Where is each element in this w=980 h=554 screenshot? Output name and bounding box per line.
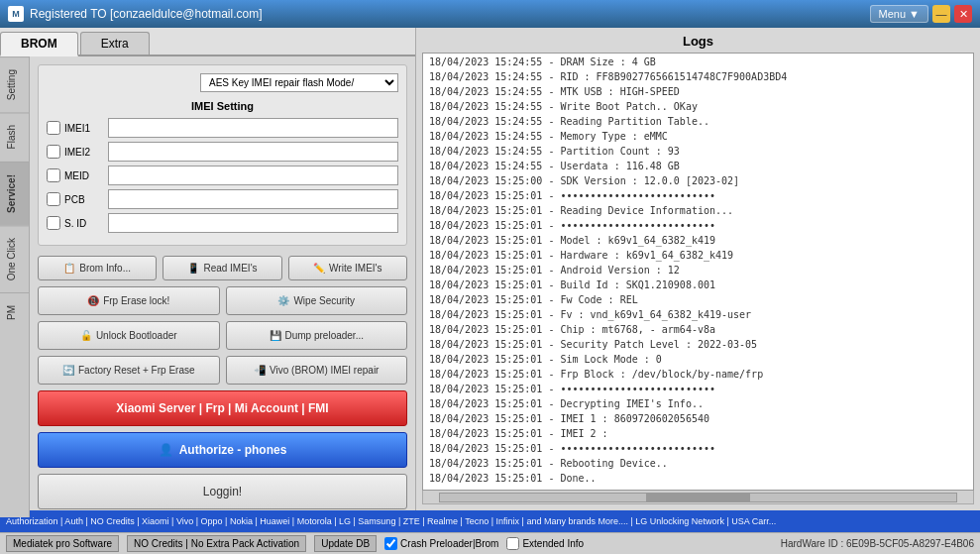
sid-row: S. ID xyxy=(47,213,398,233)
brom-info-button[interactable]: 📋 Brom Info... xyxy=(38,256,157,280)
vivo-imei-button[interactable]: 📲 Vivo (BROM) IMEI repair xyxy=(226,356,408,385)
imei1-input[interactable] xyxy=(108,118,398,138)
side-nav: Setting Flash Service! One Click PM xyxy=(0,56,30,517)
mode-select-row: AES Key IMEI repair flash Mode/ xyxy=(47,73,398,92)
logs-header: Logs xyxy=(422,34,974,49)
frp-erase-button[interactable]: 📵 Frp Erase lock! xyxy=(38,286,220,315)
sidenav-flash[interactable]: Flash xyxy=(0,112,29,161)
hardware-id: HardWare ID : 6E09B-5CF05-A8297-E4B06 xyxy=(781,538,974,549)
left-panel: BROM Extra Setting Flash Service! One Cl… xyxy=(0,28,416,510)
hscroll-thumb xyxy=(646,494,749,501)
log-entry: 18/04/2023 15:24:55 - Userdata : 116.48 … xyxy=(429,159,967,173)
imei2-checkbox[interactable] xyxy=(47,145,60,159)
write-imei-icon: ✏️ xyxy=(313,263,325,274)
log-entry: 18/04/2023 15:25:01 - Android Version : … xyxy=(429,263,967,277)
status-update-db[interactable]: Update DB xyxy=(314,535,377,552)
main-container: BROM Extra Setting Flash Service! One Cl… xyxy=(0,28,980,510)
sidenav-service[interactable]: Service! xyxy=(0,162,29,225)
sidenav-pm[interactable]: PM xyxy=(0,292,29,332)
log-entry: 18/04/2023 15:25:01 - Fv : vnd_k69v1_64_… xyxy=(429,307,967,322)
menu-button[interactable]: Menu ▼ xyxy=(870,5,928,23)
log-entry: 18/04/2023 15:25:01 - IMEI 2 : xyxy=(429,426,967,441)
unlock-bootloader-button[interactable]: 🔓 Unlock Bootloader xyxy=(38,321,220,350)
footer-status: Mediatek pro Software NO Credits | No Ex… xyxy=(0,532,980,554)
wipe-security-icon: ⚙️ xyxy=(277,295,289,306)
log-entry: 18/04/2023 15:25:01 - ••••••••••••••••••… xyxy=(429,218,967,233)
log-entry: 18/04/2023 15:25:01 - Sim Lock Mode : 0 xyxy=(429,352,967,367)
imei2-input[interactable] xyxy=(108,142,398,162)
logs-area[interactable]: 18/04/2023 15:24:55 - Write DA OKay..18/… xyxy=(422,53,974,491)
meid-input[interactable] xyxy=(108,166,398,185)
sid-checkbox[interactable] xyxy=(47,216,60,230)
sidenav-setting[interactable]: Setting xyxy=(0,56,29,112)
log-entry: 18/04/2023 15:25:01 - Done.. xyxy=(429,471,967,486)
log-entry: 18/04/2023 15:25:01 - ••••••••••••••••••… xyxy=(429,188,967,203)
log-entry: 18/04/2023 15:25:01 - Build Id : SKQ1.21… xyxy=(429,277,967,292)
logs-horizontal-scrollbar[interactable] xyxy=(422,491,974,504)
title-bar-left: M Registered TO [conzaeldulce@hotmail.co… xyxy=(8,6,263,22)
sid-input[interactable] xyxy=(108,213,398,233)
tab-brom[interactable]: BROM xyxy=(0,32,78,56)
loggin-button[interactable]: Loggin! xyxy=(38,474,407,509)
imei-setting-label: IMEI Setting xyxy=(47,100,398,112)
imei-section: AES Key IMEI repair flash Mode/ IMEI Set… xyxy=(38,64,407,246)
factory-reset-button[interactable]: 🔄 Factory Reset + Frp Erase xyxy=(38,356,220,385)
xiaomi-button[interactable]: Xiaomi Server | Frp | Mi Account | FMI xyxy=(38,390,407,426)
title-bar-controls: Menu ▼ — ✕ xyxy=(870,5,972,23)
frp-erase-icon: 📵 xyxy=(87,295,99,306)
pcb-checkbox[interactable] xyxy=(47,192,60,206)
log-entry: 18/04/2023 15:25:01 - Fw Code : REL xyxy=(429,292,967,307)
imei1-row: IMEI1 xyxy=(47,118,398,138)
wipe-security-button[interactable]: ⚙️ Wipe Security xyxy=(226,286,408,315)
mode-select[interactable]: AES Key IMEI repair flash Mode/ xyxy=(200,73,398,92)
minimize-button[interactable]: — xyxy=(932,5,950,23)
hscroll-track xyxy=(439,493,957,502)
window-title: Registered TO [conzaeldulce@hotmail.com] xyxy=(30,7,263,21)
action-buttons-row: 📋 Brom Info... 📱 Read IMEI's ✏️ Write IM… xyxy=(38,256,407,280)
log-entry: 18/04/2023 15:24:55 - Memory Type : eMMC xyxy=(429,129,967,144)
title-bar: M Registered TO [conzaeldulce@hotmail.co… xyxy=(0,0,980,28)
content-with-nav: Setting Flash Service! One Click PM AES … xyxy=(0,56,415,517)
log-entry: 18/04/2023 15:24:55 - DRAM Size : 4 GB xyxy=(429,55,967,69)
authorize-button[interactable]: 👤 Authorize - phones xyxy=(38,432,407,468)
sid-label: S. ID xyxy=(64,218,104,229)
log-entry: 18/04/2023 15:25:01 - ••••••••••••••••••… xyxy=(429,441,967,456)
pcb-row: PCB xyxy=(47,189,398,209)
log-entry: 18/04/2023 15:24:55 - Write Boot Patch..… xyxy=(429,99,967,114)
content-area: AES Key IMEI repair flash Mode/ IMEI Set… xyxy=(30,56,415,517)
pcb-label: PCB xyxy=(64,194,104,205)
status-credits[interactable]: NO Credits | No Extra Pack Activation xyxy=(127,535,306,552)
write-imei-button[interactable]: ✏️ Write IMEI's xyxy=(288,256,407,280)
right-panel: Logs 18/04/2023 15:24:55 - Write DA OKay… xyxy=(416,28,980,510)
close-button[interactable]: ✕ xyxy=(954,5,972,23)
sidenav-oneclick[interactable]: One Click xyxy=(0,225,29,292)
read-imei-button[interactable]: 📱 Read IMEI's xyxy=(163,256,281,280)
crash-preloader-check[interactable] xyxy=(384,537,397,550)
log-entry: 18/04/2023 15:25:00 - SDK Version : 12.0… xyxy=(429,173,967,188)
imei2-label: IMEI2 xyxy=(64,147,104,158)
status-mediatek[interactable]: Mediatek pro Software xyxy=(6,535,119,552)
pcb-input[interactable] xyxy=(108,189,398,209)
crash-preloader-checkbox: Crash Preloader|Brom xyxy=(384,537,498,550)
log-entry: 18/04/2023 15:25:01 - Frp Block : /dev/b… xyxy=(429,367,967,382)
log-entry: 18/04/2023 15:25:01 - Model : k69v1_64_6… xyxy=(429,233,967,248)
tab-bar: BROM Extra xyxy=(0,28,415,56)
log-entry: 18/04/2023 15:25:01 - Security Patch Lev… xyxy=(429,337,967,352)
tab-extra[interactable]: Extra xyxy=(80,32,150,55)
imei1-label: IMEI1 xyxy=(64,123,104,134)
authorize-icon: 👤 xyxy=(159,443,173,457)
extended-info-check[interactable] xyxy=(506,537,519,550)
app-icon: M xyxy=(8,6,24,22)
extended-info-checkbox: Extended Info xyxy=(506,537,584,550)
meid-label: MEID xyxy=(64,170,104,181)
log-entry: 18/04/2023 15:25:01 - Chip : mt6768, - a… xyxy=(429,322,967,337)
log-entry: 18/04/2023 15:25:01 - Hardware : k69v1_6… xyxy=(429,248,967,263)
vivo-imei-icon: 📲 xyxy=(254,365,266,376)
log-entry: 18/04/2023 15:24:55 - Reading Partition … xyxy=(429,114,967,129)
meid-row: MEID xyxy=(47,166,398,185)
imei2-row: IMEI2 xyxy=(47,142,398,162)
meid-checkbox[interactable] xyxy=(47,168,60,182)
imei1-checkbox[interactable] xyxy=(47,121,60,135)
dump-preloader-button[interactable]: 💾 Dump preloader... xyxy=(226,321,408,350)
log-entry: 18/04/2023 15:25:01 - ••••••••••••••••••… xyxy=(429,382,967,396)
